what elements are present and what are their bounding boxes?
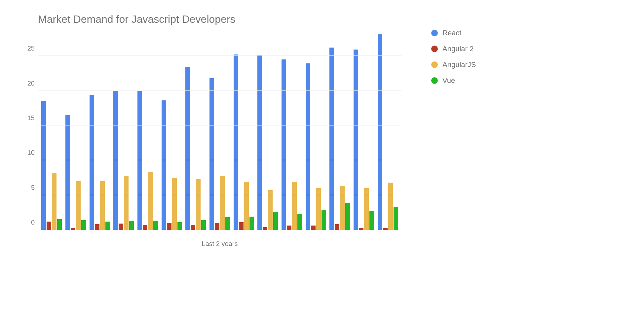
bar xyxy=(354,50,358,230)
bar-group xyxy=(64,115,88,230)
bar xyxy=(129,221,134,230)
bar xyxy=(215,223,219,230)
bar xyxy=(263,227,267,230)
bar xyxy=(105,222,110,230)
y-tick-label: 10 xyxy=(20,149,35,157)
bar xyxy=(394,207,398,230)
bar-group xyxy=(160,100,184,230)
y-tick-label: 5 xyxy=(20,184,35,191)
x-axis-label: Last 2 years xyxy=(38,240,401,248)
bar xyxy=(322,210,326,230)
bar-group xyxy=(352,50,376,230)
bar xyxy=(335,224,339,230)
legend: ReactAngular 2AngularJSVue xyxy=(431,29,476,92)
bar xyxy=(76,181,81,230)
bar-group xyxy=(328,48,352,230)
chart-title: Market Demand for Javascript Developers xyxy=(38,13,631,25)
legend-label: Vue xyxy=(442,76,455,85)
gridline xyxy=(38,90,401,91)
bar xyxy=(359,228,363,230)
bar xyxy=(196,179,201,230)
bar xyxy=(172,178,177,230)
bar xyxy=(244,182,249,230)
gridline xyxy=(38,55,401,56)
bar xyxy=(201,220,206,230)
bar xyxy=(100,181,105,230)
bars-container xyxy=(38,35,401,230)
bar xyxy=(234,54,238,230)
legend-label: Angular 2 xyxy=(442,45,474,53)
bar xyxy=(191,225,195,230)
legend-swatch xyxy=(431,77,438,84)
bar-group xyxy=(88,95,112,230)
bar xyxy=(316,188,321,230)
legend-label: React xyxy=(442,29,461,37)
bar xyxy=(81,220,86,230)
plot-wrap: 0510152025 Last 2 years xyxy=(38,35,401,248)
bar xyxy=(369,211,374,230)
y-tick-label: 20 xyxy=(20,79,35,87)
bar xyxy=(239,222,244,230)
bar xyxy=(167,223,171,230)
bar-group xyxy=(256,55,280,230)
bar xyxy=(292,182,297,230)
bar-group xyxy=(184,67,208,230)
bar xyxy=(41,101,46,230)
bar xyxy=(388,183,393,230)
plot-area: 0510152025 xyxy=(38,35,401,230)
bar-group xyxy=(232,54,256,230)
bar xyxy=(177,222,182,230)
gridline xyxy=(38,160,401,160)
bar xyxy=(257,55,262,230)
bar xyxy=(119,224,123,230)
bar xyxy=(311,226,316,230)
bar xyxy=(65,115,70,230)
bar xyxy=(282,59,286,230)
bar xyxy=(268,190,273,230)
bar xyxy=(71,228,75,230)
bar-group xyxy=(208,78,232,230)
legend-label: AngularJS xyxy=(442,60,476,69)
bar xyxy=(345,203,350,230)
bar xyxy=(378,34,382,230)
bar xyxy=(297,214,302,230)
bar-group xyxy=(376,34,400,230)
bar xyxy=(52,173,57,230)
legend-swatch xyxy=(431,61,438,68)
bar xyxy=(287,226,291,230)
bar xyxy=(148,172,153,230)
legend-item: Angular 2 xyxy=(431,45,476,53)
chart-container: Market Demand for Javascript Developers … xyxy=(13,13,631,304)
bar-group xyxy=(304,63,328,230)
y-tick-label: 15 xyxy=(20,114,35,122)
bar xyxy=(153,221,158,230)
bar xyxy=(340,186,345,230)
bar xyxy=(364,188,369,230)
legend-item: React xyxy=(431,29,476,37)
bar xyxy=(209,78,214,230)
bar xyxy=(329,48,334,230)
legend-swatch xyxy=(431,46,438,52)
bar xyxy=(162,100,166,230)
bar xyxy=(383,228,388,230)
bar xyxy=(95,224,99,230)
bar xyxy=(47,222,51,230)
legend-item: AngularJS xyxy=(431,60,476,69)
legend-item: Vue xyxy=(431,76,476,85)
chart-body: 0510152025 Last 2 years ReactAngular 2An… xyxy=(13,35,631,248)
bar xyxy=(220,176,225,230)
y-tick-label: 0 xyxy=(20,219,35,226)
bar-group xyxy=(40,101,64,230)
bar xyxy=(57,219,62,230)
bar xyxy=(143,225,147,230)
bar xyxy=(249,217,254,230)
legend-swatch xyxy=(431,30,438,36)
bar xyxy=(185,67,190,230)
bar xyxy=(124,176,129,230)
gridline xyxy=(38,195,401,195)
y-tick-label: 25 xyxy=(20,45,35,52)
bar xyxy=(90,95,94,230)
gridline xyxy=(38,125,401,125)
bar-group xyxy=(280,59,304,230)
bar xyxy=(273,212,278,230)
